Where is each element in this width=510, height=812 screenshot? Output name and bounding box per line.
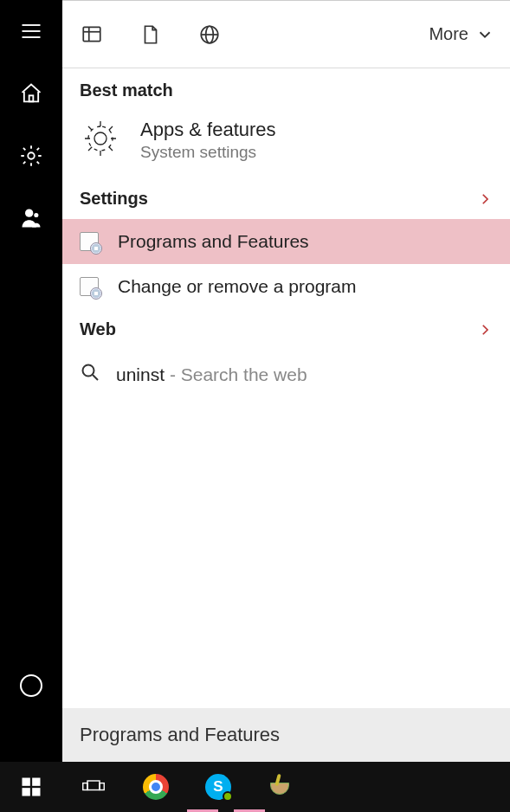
svg-rect-22 [100,783,104,790]
search-input-area[interactable] [62,708,510,762]
svg-rect-19 [32,788,40,796]
search-input[interactable] [80,724,493,746]
settings-rail-button[interactable] [0,125,62,187]
filter-bar: More [62,1,510,68]
home-button[interactable] [0,62,62,125]
filter-web-button[interactable] [196,21,223,48]
gear-large-icon [80,118,121,163]
programs-features-icon [80,277,99,296]
filter-more-button[interactable]: More [429,24,494,44]
search-icon [80,362,100,387]
more-label: More [429,24,468,44]
chevron-down-icon [475,25,494,44]
filter-documents-button[interactable] [137,21,165,48]
search-results-panel: More Best match Apps & features System s… [62,0,510,812]
svg-point-5 [25,209,33,217]
svg-line-15 [93,375,98,380]
section-settings-header[interactable]: Settings [62,178,510,219]
svg-point-4 [28,152,34,158]
section-web-header[interactable]: Web [62,309,510,350]
taskbar-app-paint[interactable] [249,762,312,812]
gear-icon [19,144,43,168]
user-rail-button[interactable] [0,187,62,249]
windows-start-icon [19,775,43,799]
home-icon [19,81,43,106]
taskbar: S [0,762,510,812]
result-label: Change or remove a program [118,276,356,297]
hamburger-menu-button[interactable] [0,0,62,62]
svg-rect-20 [87,781,100,790]
skype-icon: S [205,774,231,800]
web-search-suggestion[interactable]: uninst - Search the web [62,350,510,399]
start-button[interactable] [0,762,62,812]
start-menu-rail [0,0,62,812]
svg-rect-3 [29,95,34,101]
section-best-match: Best match [62,68,510,109]
svg-rect-17 [32,778,40,786]
web-label: Web [80,319,116,339]
svg-point-13 [94,132,107,145]
svg-rect-7 [83,27,100,41]
result-change-or-remove[interactable]: Change or remove a program [62,264,510,309]
globe-filter-icon [198,23,221,46]
hamburger-icon [19,19,43,43]
chrome-icon [143,774,169,800]
svg-point-14 [83,365,94,377]
user-icon [19,206,43,230]
best-match-subtitle: System settings [140,143,276,162]
task-view-icon [81,775,106,799]
chevron-right-icon [477,322,493,338]
apps-filter-icon [81,23,103,46]
best-match-item[interactable]: Apps & features System settings [62,109,510,178]
result-label: Programs and Features [118,231,309,252]
svg-point-6 [34,213,38,217]
paint-icon [268,774,294,800]
cortana-button[interactable] [0,654,62,717]
result-programs-and-features[interactable]: Programs and Features [62,219,510,264]
programs-features-icon [80,232,99,251]
svg-rect-16 [23,778,30,786]
svg-rect-18 [23,788,30,796]
svg-rect-21 [83,783,87,790]
cortana-ring-icon [20,674,42,697]
document-filter-icon [139,23,162,46]
settings-label: Settings [80,189,148,209]
best-match-title: Apps & features [140,119,276,141]
filter-apps-button[interactable] [78,21,106,48]
web-query-text: uninst [116,364,165,384]
chevron-right-icon [477,191,493,207]
taskbar-app-skype[interactable]: S [187,762,249,812]
web-hint-text: - Search the web [165,364,307,384]
taskbar-app-chrome[interactable] [125,762,187,812]
task-view-button[interactable] [62,762,125,812]
